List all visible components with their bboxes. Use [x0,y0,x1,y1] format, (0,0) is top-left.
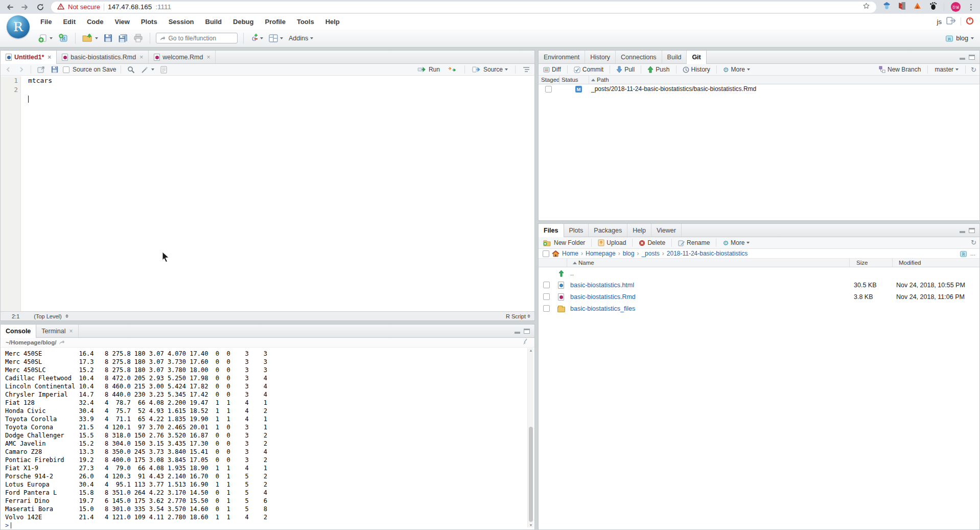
document-outline-icon[interactable] [521,66,531,73]
console-prompt-line[interactable]: > [5,521,526,528]
menu-debug[interactable]: Debug [227,18,259,26]
version-control-button[interactable]: G [249,33,264,44]
new-file-button[interactable] [37,32,54,44]
commit-button[interactable]: Commit [572,65,605,74]
source-button[interactable]: Source [471,65,509,74]
new-folder-button[interactable]: New Folder [542,239,587,247]
run-button[interactable]: Run [416,65,441,74]
goto-directory-icon[interactable] [59,340,65,345]
extension-icon-4[interactable] [928,2,937,12]
tab-environment[interactable]: Environment [539,51,585,63]
column-status[interactable]: Status [559,77,589,83]
file-type-selector[interactable]: R Script [506,313,526,319]
more-button[interactable]: ⚙ More [721,239,751,247]
project-selector[interactable]: R blog [945,34,980,42]
save-all-button[interactable] [117,33,129,44]
menu-tools[interactable]: Tools [291,18,320,26]
code-editor[interactable]: 1 mtcars 2 [1,76,534,311]
source-on-save-checkbox[interactable] [63,66,69,73]
close-icon[interactable]: × [139,54,143,61]
popout-window-icon[interactable] [36,66,46,74]
address-bar[interactable]: Not secure 147.47.68.165 :1111 [51,2,876,13]
browser-menu-icon[interactable]: ⋮ [967,3,975,12]
save-button[interactable] [103,33,113,43]
security-label[interactable]: Not secure [68,3,100,11]
tab-connections[interactable]: Connections [616,51,662,63]
print-button[interactable] [132,33,144,43]
console-output[interactable]: Merc 450SE 16.4 8 275.8 180 3.07 4.070 1… [1,348,526,528]
file-row-html[interactable]: basic-biostatistics.html 30.5 KB Nov 24,… [539,279,979,291]
file-name[interactable]: basic-biostatistics_files [570,305,635,312]
close-icon[interactable]: × [48,54,51,61]
goto-file-search[interactable] [156,33,238,43]
select-all-checkbox[interactable] [543,250,549,257]
column-name[interactable]: Name [570,260,594,266]
scope-selector[interactable]: (Top Level) [34,313,61,319]
git-file-row[interactable]: M _posts/2018-11-24-basic-biostatistics/… [539,84,979,94]
pull-button[interactable]: Pull [615,65,636,74]
tab-history[interactable]: History [585,51,616,63]
new-project-button[interactable]: R [57,32,69,44]
file-name[interactable]: .. [570,270,574,277]
file-row-folder[interactable]: basic-biostatistics_files [539,303,979,314]
menu-profile[interactable]: Profile [259,18,291,26]
tab-build[interactable]: Build [662,51,687,63]
staged-checkbox[interactable] [545,86,552,93]
column-size[interactable]: Size [854,260,868,266]
column-modified[interactable]: Modified [896,260,921,266]
scrollbar-thumb[interactable] [529,427,533,522]
breadcrumb-homepage[interactable]: Homepage [586,250,616,257]
find-replace-icon[interactable] [126,65,136,74]
menu-edit[interactable]: Edit [57,18,81,26]
menu-plots[interactable]: Plots [135,18,163,26]
branch-selector[interactable]: master [933,65,960,74]
nav-back-icon[interactable] [4,66,13,73]
breadcrumb-current-folder[interactable]: 2018-11-24-basic-biostatistics [667,250,748,257]
home-icon[interactable] [552,250,559,257]
file-row-rmd[interactable]: basic-biostatistics.Rmd 3.8 KB Nov 24, 2… [539,291,979,303]
breadcrumb-blog[interactable]: blog [623,250,635,257]
url-host[interactable]: 147.47.68.165 [108,3,152,11]
breadcrumb-home[interactable]: Home [562,250,578,257]
upload-button[interactable]: Upload [596,239,627,247]
menu-view[interactable]: View [109,18,135,26]
minimize-icon[interactable] [960,58,965,60]
browser-profile-avatar[interactable]: 잔설 [951,2,961,12]
file-checkbox[interactable] [543,293,550,300]
history-button[interactable]: History [681,65,712,74]
compile-report-icon[interactable] [159,65,169,74]
tab-files[interactable]: Files [539,224,564,237]
code-tools-icon[interactable] [139,65,156,74]
minimize-icon[interactable] [960,231,965,233]
more-columns-button[interactable]: ... [970,250,975,257]
close-icon[interactable]: × [69,328,73,335]
diff-button[interactable]: Diff [542,65,563,74]
clear-console-icon[interactable] [522,338,529,347]
menu-file[interactable]: File [35,18,57,26]
file-name[interactable]: basic-biostatistics.html [570,282,634,289]
nav-forward-icon[interactable] [16,66,26,73]
column-staged[interactable]: Staged [539,77,559,83]
tab-git[interactable]: Git [687,51,706,64]
save-icon[interactable] [50,65,60,74]
column-path[interactable]: Path [589,77,609,83]
file-checkbox[interactable] [543,305,550,312]
minimize-icon[interactable] [515,332,520,334]
maximize-icon[interactable] [524,329,530,334]
open-file-button[interactable] [81,33,99,43]
tab-welcome-rmd[interactable]: welcome.Rmd × [149,51,216,63]
breadcrumb-posts[interactable]: _posts [641,250,659,257]
extension-icon-2[interactable] [898,2,906,12]
back-icon[interactable] [5,3,14,12]
sign-out-icon[interactable] [946,17,956,26]
refresh-icon[interactable]: ↻ [971,66,976,73]
new-branch-button[interactable]: New Branch [877,65,922,74]
maximize-icon[interactable] [969,228,975,233]
quit-session-icon[interactable] [966,17,974,27]
delete-button[interactable]: Delete [637,239,667,247]
bookmark-star-icon[interactable] [862,2,870,12]
extension-icon-1[interactable] [882,2,891,12]
console-scrollbar[interactable]: ▲ ▼ [527,348,533,527]
reload-icon[interactable] [36,3,45,12]
menu-session[interactable]: Session [163,18,200,26]
